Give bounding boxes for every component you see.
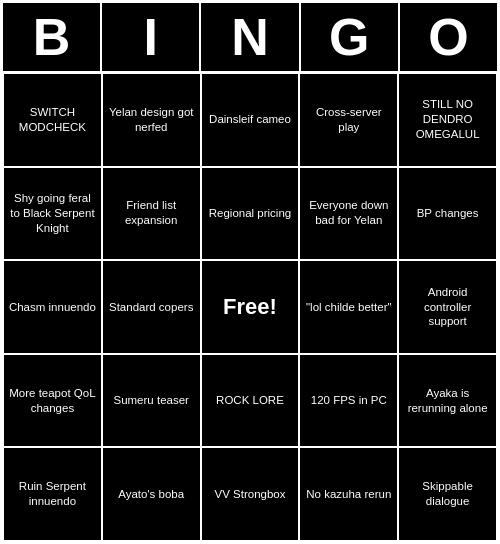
cell-0-3[interactable]: Cross-server play bbox=[299, 73, 398, 167]
cell-0-1[interactable]: Yelan design got nerfed bbox=[102, 73, 201, 167]
cell-2-0[interactable]: Chasm innuendo bbox=[3, 260, 102, 354]
cell-3-4[interactable]: Ayaka is rerunning alone bbox=[398, 354, 497, 448]
letter-i: I bbox=[102, 3, 201, 71]
cell-4-2[interactable]: VV Strongbox bbox=[201, 447, 300, 541]
cell-3-3[interactable]: 120 FPS in PC bbox=[299, 354, 398, 448]
cell-4-0[interactable]: Ruin Serpent innuendo bbox=[3, 447, 102, 541]
cell-1-1[interactable]: Friend list expansion bbox=[102, 167, 201, 261]
bingo-grid: SWITCH MODCHECK Yelan design got nerfed … bbox=[3, 73, 497, 541]
cell-1-2[interactable]: Regional pricing bbox=[201, 167, 300, 261]
bingo-header: B I N G O bbox=[3, 3, 497, 73]
cell-4-4[interactable]: Skippable dialogue bbox=[398, 447, 497, 541]
cell-4-1[interactable]: Ayato's boba bbox=[102, 447, 201, 541]
bingo-card: B I N G O SWITCH MODCHECK Yelan design g… bbox=[0, 0, 500, 544]
letter-n: N bbox=[201, 3, 300, 71]
letter-o: O bbox=[400, 3, 497, 71]
cell-free[interactable]: Free! bbox=[201, 260, 300, 354]
cell-1-3[interactable]: Everyone down bad for Yelan bbox=[299, 167, 398, 261]
cell-0-0[interactable]: SWITCH MODCHECK bbox=[3, 73, 102, 167]
cell-1-4[interactable]: BP changes bbox=[398, 167, 497, 261]
letter-g: G bbox=[301, 3, 400, 71]
cell-4-3[interactable]: No kazuha rerun bbox=[299, 447, 398, 541]
letter-b: B bbox=[3, 3, 102, 71]
cell-1-0[interactable]: Shy going feral to Black Serpent Knight bbox=[3, 167, 102, 261]
cell-2-4[interactable]: Android controller support bbox=[398, 260, 497, 354]
cell-0-2[interactable]: Dainsleif cameo bbox=[201, 73, 300, 167]
cell-3-2[interactable]: ROCK LORE bbox=[201, 354, 300, 448]
cell-0-4[interactable]: STILL NO DENDRO OMEGALUL bbox=[398, 73, 497, 167]
cell-2-3[interactable]: "lol childe better" bbox=[299, 260, 398, 354]
cell-2-1[interactable]: Standard copers bbox=[102, 260, 201, 354]
cell-3-0[interactable]: More teapot QoL changes bbox=[3, 354, 102, 448]
cell-3-1[interactable]: Sumeru teaser bbox=[102, 354, 201, 448]
